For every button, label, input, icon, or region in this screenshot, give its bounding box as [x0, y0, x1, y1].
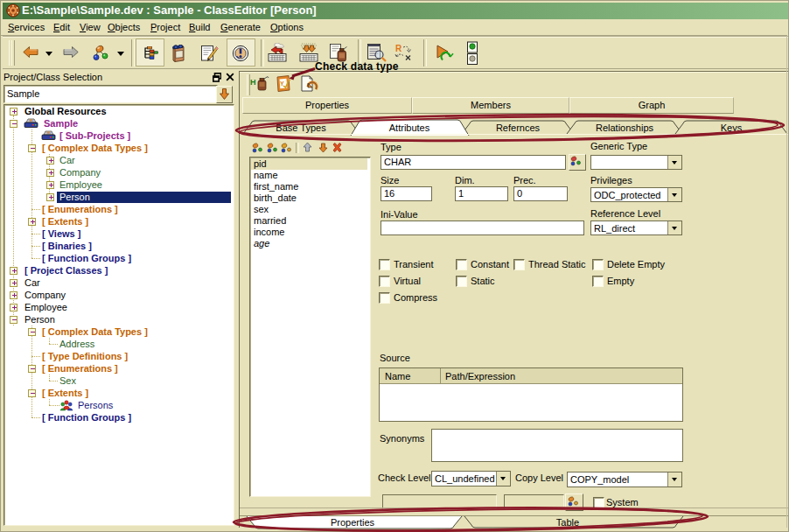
- svg-text:H: H: [250, 78, 256, 87]
- svg-text:R: R: [395, 44, 402, 53]
